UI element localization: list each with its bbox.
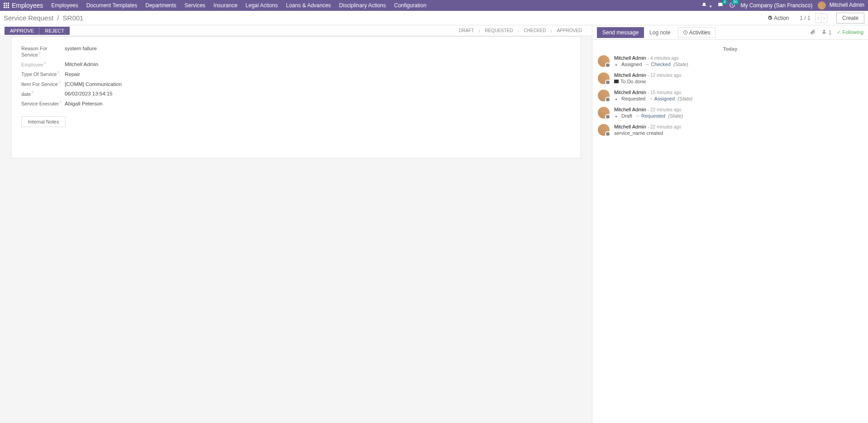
chatter-controls: Send message Log note Activities 1 Follo…: [592, 25, 868, 40]
status-checked[interactable]: CHECKED: [519, 26, 552, 35]
date-value[interactable]: 06/02/2023 13:54:15: [65, 91, 113, 96]
chatter-message: Mitchell Admin - 12 minutes agoTo Do don…: [598, 72, 863, 84]
user-menu[interactable]: Mitchell Admin: [818, 1, 864, 10]
message-avatar-icon: [598, 55, 610, 67]
pager-next[interactable]: ›: [821, 13, 827, 23]
menu-services[interactable]: Services: [185, 2, 205, 9]
chatter: Send message Log note Activities 1 Follo…: [592, 25, 868, 423]
breadcrumb-parent[interactable]: Service Request: [4, 14, 53, 22]
send-message-button[interactable]: Send message: [597, 27, 644, 38]
svg-rect-5: [8, 5, 9, 6]
action-dropdown[interactable]: Action: [767, 15, 789, 21]
message-time: - 12 minutes ago: [648, 73, 682, 78]
status-steps: DRAFT REQUESTED CHECKED APPROVED: [453, 26, 587, 35]
message-body: To Do done: [614, 79, 681, 84]
main-menu: Employees Document Templates Departments…: [51, 2, 701, 9]
app-brand[interactable]: Employees: [4, 2, 43, 9]
date-label: date?: [21, 90, 65, 97]
control-bar: Service Request / SR001 Action 1 / 1 ‹› …: [0, 11, 868, 25]
chatter-message: Mitchell Admin - 4 minutes agoAssigned →…: [598, 55, 863, 67]
messages-icon[interactable]: 4: [717, 2, 724, 10]
menu-insurance[interactable]: Insurance: [214, 2, 238, 9]
reject-button[interactable]: REJECT: [39, 27, 70, 35]
activities-button[interactable]: Activities: [678, 27, 715, 38]
menu-legal-actions[interactable]: Legal Actions: [246, 2, 278, 9]
employee-value[interactable]: Mitchell Admin: [65, 62, 98, 67]
svg-rect-1: [6, 3, 7, 4]
company-switcher[interactable]: My Company (San Francisco): [741, 2, 813, 9]
chatter-message: Mitchell Admin - 22 minutes agoservice_n…: [598, 124, 863, 136]
top-navbar: Employees Employees Document Templates D…: [0, 0, 868, 11]
message-time: - 4 minutes ago: [648, 56, 679, 61]
brand-label: Employees: [12, 2, 43, 9]
svg-rect-4: [6, 5, 7, 6]
executer-value[interactable]: Abigall Peterson: [65, 101, 103, 106]
svg-rect-0: [4, 3, 5, 4]
status-approved[interactable]: APPROVED: [551, 26, 587, 35]
reason-value[interactable]: system fallure: [65, 46, 97, 51]
messages-badge: 4: [722, 0, 727, 5]
message-avatar-icon: [598, 90, 610, 101]
status-draft[interactable]: DRAFT: [453, 26, 479, 35]
today-separator: Today: [598, 46, 863, 52]
create-button[interactable]: Create: [836, 13, 864, 24]
message-author[interactable]: Mitchell Admin: [614, 55, 646, 61]
form-view: APPROVE REJECT DRAFT REQUESTED CHECKED A…: [0, 25, 592, 423]
systray: ▾ 4 30 My Company (San Francisco) Mitche…: [701, 1, 864, 10]
breadcrumb-current: SR001: [63, 14, 84, 22]
user-avatar-icon: [818, 1, 826, 10]
followers-count: 1: [829, 29, 832, 36]
svg-rect-7: [6, 7, 7, 8]
pager-text: 1 / 1: [796, 15, 814, 21]
apps-icon: [4, 3, 9, 8]
clock-icon: [683, 30, 688, 35]
chatter-message: Mitchell Admin - 15 minutes agoRequested…: [598, 90, 863, 101]
message-avatar-icon: [598, 107, 610, 119]
reason-label: Reason For Service?: [21, 46, 65, 57]
chatter-body: Today Mitchell Admin - 4 minutes agoAssi…: [592, 40, 868, 145]
message-author[interactable]: Mitchell Admin: [614, 72, 646, 78]
status-bar: APPROVE REJECT DRAFT REQUESTED CHECKED A…: [0, 25, 592, 36]
menu-departments[interactable]: Departments: [145, 2, 176, 9]
user-name: Mitchell Admin: [830, 2, 864, 8]
following-button[interactable]: Following: [837, 29, 863, 35]
message-time: - 15 minutes ago: [648, 90, 682, 95]
svg-rect-2: [8, 3, 9, 4]
type-value[interactable]: Repair: [65, 71, 80, 77]
message-body: Draft → Requested (State): [614, 113, 683, 119]
message-body: Assigned → Checked (State): [614, 62, 688, 67]
menu-disciplinary[interactable]: Disciplinary Actions: [339, 2, 386, 9]
executer-label: Service Executer?: [21, 100, 65, 106]
followers-icon[interactable]: 1: [821, 29, 831, 36]
item-label: Item For Service?: [21, 81, 65, 87]
menu-employees[interactable]: Employees: [51, 2, 78, 9]
message-author[interactable]: Mitchell Admin: [614, 124, 646, 129]
message-body: service_name created: [614, 130, 681, 136]
pager-prev[interactable]: ‹: [815, 13, 821, 23]
menu-configuration[interactable]: Configuration: [394, 2, 426, 9]
breadcrumb: Service Request / SR001: [4, 14, 83, 22]
message-avatar-icon: [598, 72, 610, 84]
gear-icon: [767, 15, 773, 21]
message-time: - 22 minutes ago: [648, 107, 682, 112]
form-sheet: Reason For Service? system fallure Emplo…: [11, 36, 581, 158]
item-value[interactable]: [COMM] Communication: [65, 81, 122, 87]
tab-internal-notes[interactable]: Internal Notes: [21, 116, 66, 127]
svg-rect-3: [4, 5, 5, 6]
type-label: Type Of Service?: [21, 71, 65, 77]
approve-button[interactable]: APPROVE: [5, 27, 39, 35]
attachment-icon[interactable]: [810, 29, 816, 36]
message-author[interactable]: Mitchell Admin: [614, 107, 646, 112]
notifications-icon[interactable]: ▾: [701, 2, 711, 9]
message-body: Requested → Assigned (State): [614, 96, 692, 101]
status-requested[interactable]: REQUESTED: [479, 26, 518, 35]
activities-badge: 30: [732, 0, 739, 5]
message-time: - 22 minutes ago: [648, 124, 682, 129]
log-note-button[interactable]: Log note: [644, 27, 676, 38]
menu-loans[interactable]: Loans & Advances: [286, 2, 331, 9]
pager: 1 / 1 ‹›: [796, 13, 827, 23]
message-avatar-icon: [598, 124, 610, 136]
menu-doc-templates[interactable]: Document Templates: [86, 2, 138, 9]
message-author[interactable]: Mitchell Admin: [614, 90, 646, 95]
activities-icon[interactable]: 30: [729, 2, 735, 10]
